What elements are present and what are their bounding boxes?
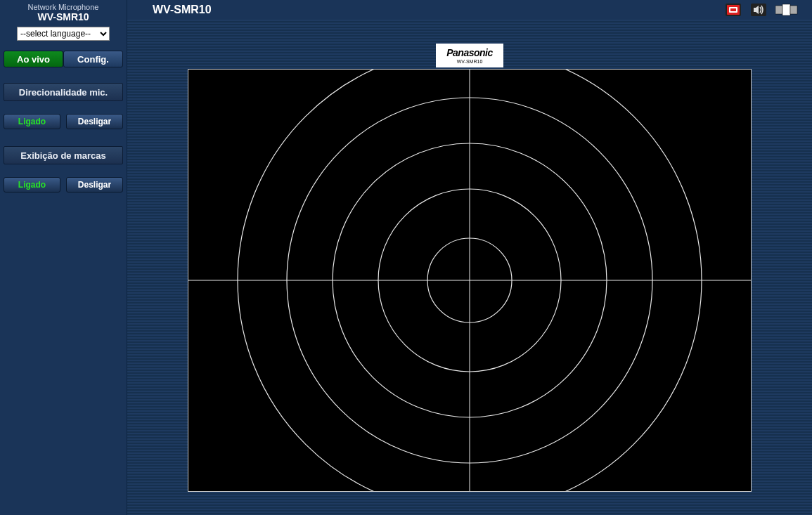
sidebar: Network Microphone WV-SMR10 --select lan…	[0, 0, 127, 515]
radar-display[interactable]	[188, 69, 752, 492]
main-panel: WV-SMR10	[127, 0, 812, 515]
svg-rect-3	[730, 8, 736, 11]
marks-display-buttons: Ligado Desligar	[4, 177, 123, 193]
display-mode-icon[interactable]	[775, 3, 798, 17]
brand-badge: Panasonic WV-SMR10	[436, 44, 503, 67]
page-title: WV-SMR10	[153, 4, 725, 16]
tab-live[interactable]: Ao vivo	[4, 51, 63, 67]
marks-on-button[interactable]: Ligado	[4, 177, 60, 193]
speaker-icon[interactable]	[750, 3, 767, 17]
language-select[interactable]: --select language--	[17, 27, 110, 41]
content-area: Panasonic WV-SMR10	[127, 20, 812, 515]
sidebar-title: Network Microphone	[28, 3, 99, 11]
brand-model-label: WV-SMR10	[457, 59, 483, 64]
svg-rect-7	[782, 4, 790, 15]
main-header: WV-SMR10	[127, 0, 812, 20]
mic-dir-on-button[interactable]: Ligado	[4, 114, 60, 129]
sidebar-model: WV-SMR10	[37, 11, 89, 22]
record-icon[interactable]	[725, 3, 742, 17]
section-mic-directionality: Direcionalidade mic.	[4, 83, 123, 101]
radar-svg	[188, 70, 751, 491]
header-icons	[725, 3, 798, 17]
mic-dir-buttons: Ligado Desligar	[4, 114, 123, 129]
section-marks-display: Exibição de marcas	[4, 146, 123, 164]
tab-row: Ao vivo Config.	[4, 51, 123, 67]
svg-rect-6	[775, 6, 782, 14]
mic-dir-off-button[interactable]: Desligar	[66, 114, 123, 129]
svg-rect-8	[790, 6, 797, 14]
marks-off-button[interactable]: Desligar	[66, 177, 123, 193]
brand-name: Panasonic	[446, 47, 493, 58]
tab-config[interactable]: Config.	[63, 51, 123, 67]
